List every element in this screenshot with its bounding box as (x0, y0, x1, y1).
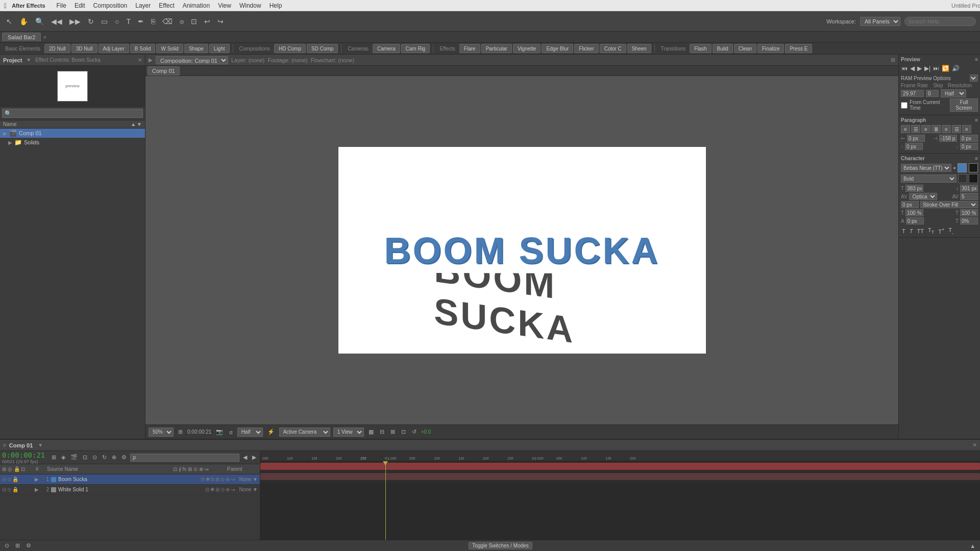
menu-window[interactable]: Window (236, 2, 264, 9)
font-size-input[interactable] (905, 185, 923, 192)
menu-view[interactable]: View (215, 2, 234, 9)
layer-row-1[interactable]: ⊟⊙🔒 ▶ 1 Boom Sucka ⊟ ✱ fx ⊞ ⊙ ⊕ ↝ None ▼ (0, 474, 260, 485)
full-screen-btn[interactable]: Full Screen (950, 98, 978, 112)
prev-step-fwd[interactable]: ▶| (924, 64, 931, 72)
tool-undo[interactable]: ↩ (202, 16, 212, 27)
btn-adj-layer[interactable]: Adj Layer (99, 44, 129, 53)
prev-skip-start[interactable]: ⏮ (901, 64, 908, 72)
btn-press-e[interactable]: Press E (785, 44, 812, 53)
btn-w-solid[interactable]: W Solid (156, 44, 183, 53)
menu-help[interactable]: Help (266, 2, 285, 9)
project-panel-close[interactable]: ✕ (138, 57, 142, 63)
tab-close[interactable]: × (43, 34, 46, 40)
tracking-input[interactable] (960, 193, 978, 200)
fmt-subscript[interactable]: T, (947, 227, 954, 235)
project-item-solids[interactable]: ▶ 📁 Solids (0, 138, 145, 147)
list-sort-more[interactable]: ▼ (137, 121, 142, 127)
search-help-input[interactable] (904, 17, 976, 26)
menu-effect[interactable]: Effect (156, 2, 177, 9)
frame-rate-input[interactable] (901, 90, 924, 97)
vc-pixel[interactable]: ⊡ (400, 428, 407, 436)
btn-cam-rig[interactable]: Cam Rig (401, 44, 430, 53)
view-count-select[interactable]: 1 View (333, 428, 364, 437)
toggle-switches-modes[interactable]: Toggle Switches / Modes (469, 542, 532, 549)
btn-particular[interactable]: Particular (481, 44, 512, 53)
font-select[interactable]: Bebas Neue (TT) (901, 164, 951, 172)
tool-next[interactable]: ▶▶ (67, 16, 83, 27)
btn-sd-comp[interactable]: SD Comp (307, 44, 338, 53)
btn-color-c[interactable]: Color C (600, 44, 626, 53)
indent-right-input[interactable] (939, 135, 957, 142)
bottom-btn4[interactable]: ▲ (968, 542, 977, 549)
vc-comp[interactable]: ⊟ (378, 428, 386, 436)
align-justify[interactable]: ≣ (932, 125, 941, 133)
view-select[interactable]: Active Camera (279, 428, 330, 437)
tool-mask-ellipse[interactable]: ○ (113, 16, 121, 27)
bottom-btn1[interactable]: ⊙ (3, 542, 11, 549)
vc-reset[interactable]: ↺ (410, 428, 418, 436)
vc-fast[interactable]: ⚡ (266, 428, 276, 436)
btn-flare[interactable]: Flare (459, 44, 480, 53)
layer-tool3[interactable]: 🎬 (69, 454, 79, 461)
layer-tool5[interactable]: ⊙ (91, 454, 99, 461)
btn-sheen[interactable]: Sheen (627, 44, 651, 53)
btn-light[interactable]: Light (209, 44, 230, 53)
kern-select[interactable]: Optical (909, 193, 937, 200)
prev-play[interactable]: ▶ (917, 64, 922, 72)
horiz-scale-input[interactable] (905, 209, 923, 216)
fmt-italic[interactable]: T (909, 227, 914, 235)
tool-rotate[interactable]: ↻ (86, 16, 96, 27)
indent-extra-input[interactable] (960, 135, 978, 142)
bottom-btn2[interactable]: ⊞ (14, 542, 21, 549)
btn-b-solid[interactable]: B Solid (130, 44, 156, 53)
tool-type[interactable]: T (124, 16, 133, 27)
skip-input[interactable] (926, 90, 939, 97)
prev-loop[interactable]: 🔁 (941, 64, 950, 72)
comp-tab-comp01[interactable]: Comp 01 (148, 66, 180, 76)
text-color-swatch[interactable] (958, 163, 967, 172)
layer-tool4[interactable]: ⊡ (81, 454, 89, 461)
align-left[interactable]: ≡ (901, 125, 910, 133)
eyedropper-icon[interactable]: ⌖ (953, 165, 956, 171)
layer1-expand[interactable]: ▶ (35, 477, 39, 482)
vc-alpha[interactable]: α (228, 429, 234, 436)
paragraph-expand[interactable]: ≡ (975, 117, 978, 123)
workspace-select[interactable]: All Panels (860, 17, 900, 26)
fmt-all-caps[interactable]: TT (916, 227, 924, 235)
zoom-select[interactable]: 50% (149, 428, 174, 437)
prev-audio[interactable]: 🔊 (951, 64, 960, 72)
tool-arrow[interactable]: ↖ (4, 16, 14, 27)
tool-pen[interactable]: ✒ (136, 16, 146, 27)
layer-tool1[interactable]: ⊞ (50, 454, 58, 461)
btn-build[interactable]: Build (713, 44, 733, 53)
vert-scale-input[interactable] (960, 209, 978, 216)
align-justify-last-right[interactable]: ≡ (962, 125, 971, 133)
tool-roto[interactable]: ⌾ (178, 16, 186, 27)
quality-select[interactable]: Half (237, 428, 263, 437)
color-chip1[interactable] (958, 174, 967, 183)
tab-salad-bar2[interactable]: Salad Bar2 (2, 33, 41, 41)
layer2-expand[interactable]: ▶ (35, 487, 39, 492)
vc-3d[interactable]: ⊠ (389, 428, 397, 436)
prev-skip-end[interactable]: ⏭ (933, 64, 940, 72)
btn-flash[interactable]: Flash (690, 44, 711, 53)
tool-clone[interactable]: ⎘ (149, 16, 157, 27)
project-search-input[interactable] (2, 109, 143, 118)
tsume-input[interactable] (960, 217, 978, 224)
tool-puppet[interactable]: ⊡ (189, 16, 199, 27)
menu-animation[interactable]: Animation (180, 2, 213, 9)
project-item-comp01[interactable]: ▶ 🎬 Comp 01 (0, 129, 145, 138)
tool-redo[interactable]: ↪ (215, 16, 226, 27)
vc-grid2[interactable]: ▦ (367, 428, 375, 436)
tool-mask-rect[interactable]: ▭ (99, 16, 110, 27)
stroke-width-input[interactable] (901, 201, 919, 208)
btn-edge-blur[interactable]: Edge Blur (542, 44, 573, 53)
comp-select[interactable]: Composition: Comp 01 (156, 56, 228, 64)
style-select[interactable]: Bold (901, 174, 957, 183)
track-area[interactable] (260, 461, 980, 540)
layer-row-2[interactable]: ⊟⊙🔒 ▶ 2 White Solid 1 ⊟ ✱ ⊞ ⊙ ⊕ ↝ None ▼ (0, 485, 260, 495)
vc-camera[interactable]: 📷 (214, 428, 225, 436)
btn-3d-null[interactable]: 3D Null (71, 44, 97, 53)
ram-select[interactable]: ▼ (970, 74, 978, 82)
btn-camera[interactable]: Camera (373, 44, 400, 53)
